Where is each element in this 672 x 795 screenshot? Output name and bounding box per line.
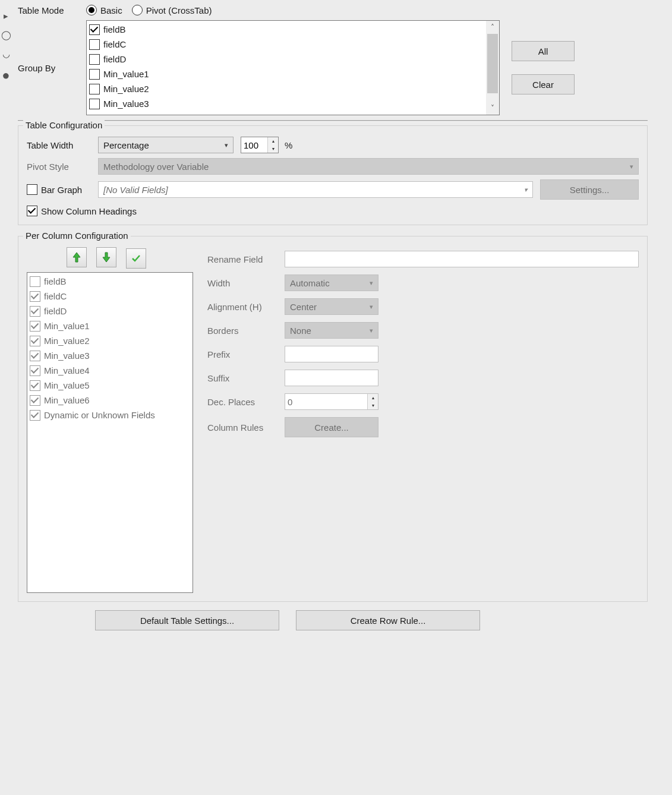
checkbox-icon: [89, 99, 100, 109]
chevron-down-icon: ▾: [630, 163, 633, 171]
checkbox-icon: [30, 291, 40, 302]
borders-select: None ▾: [285, 322, 378, 339]
group-by-row: Group By fieldBfieldCfieldDMin_value1Min…: [18, 20, 648, 115]
list-item[interactable]: Min_value4: [30, 363, 190, 378]
spinner[interactable]: ▴▾: [267, 137, 278, 153]
clear-button[interactable]: Clear: [512, 74, 575, 94]
list-item[interactable]: Min_value3: [89, 96, 484, 111]
checkbox-icon: [27, 206, 37, 216]
checkbox-icon: [89, 39, 100, 50]
group-title: Per Column Configuration: [23, 231, 131, 241]
list-item[interactable]: fieldC: [30, 289, 190, 304]
unit-percent: %: [285, 140, 292, 150]
show-column-headings-check[interactable]: Show Column Headings: [27, 206, 137, 216]
scrollbar[interactable]: ˄ ˅: [486, 21, 499, 115]
list-item[interactable]: Min_value1: [30, 318, 190, 333]
list-item-label: fieldB: [44, 276, 67, 286]
checkbox-icon: [27, 184, 37, 195]
list-item-label: fieldC: [44, 291, 67, 301]
list-item-label: fieldC: [103, 39, 126, 49]
list-item[interactable]: Min_value1: [89, 67, 484, 81]
radio-pivot-label: Pivot (CrossTab): [146, 5, 212, 15]
radio-icon: [132, 5, 143, 15]
chevron-down-icon: ▾: [225, 141, 228, 149]
bar-graph-select: [No Valid Fields] ▾: [98, 181, 533, 198]
arrow-up-icon: [72, 252, 81, 263]
prefix-input: [285, 346, 378, 362]
chevron-down-icon: ▾: [370, 327, 373, 335]
list-item[interactable]: Min_value5: [30, 378, 190, 393]
checkbox-icon: [30, 276, 40, 287]
list-item-label: fieldB: [103, 24, 126, 34]
list-item-label: Min_value6: [44, 395, 90, 405]
suffix-input: [285, 370, 378, 386]
chevron-down-icon: ▾: [370, 279, 373, 287]
list-item-label: Min_value3: [103, 99, 149, 109]
arrow-down-icon: [102, 252, 111, 263]
per-column-configuration-group: Per Column Configuration fieldBfieldCf: [18, 236, 648, 602]
list-item-label: fieldD: [44, 306, 67, 316]
list-item[interactable]: fieldD: [89, 52, 484, 67]
chevron-down-icon: ▾: [370, 303, 373, 311]
radio-pivot[interactable]: Pivot (CrossTab): [132, 5, 212, 15]
checkbox-icon: [30, 306, 40, 317]
table-width-input[interactable]: [241, 137, 267, 153]
list-item-label: Min_value2: [44, 336, 90, 346]
group-by-label: Group By: [18, 63, 86, 73]
width-label: Width: [207, 278, 285, 288]
spinner: ▴▾: [367, 394, 378, 409]
apply-button[interactable]: [126, 248, 146, 269]
table-mode-row: Table Mode Basic Pivot (CrossTab): [18, 5, 648, 15]
checkbox-icon: [89, 54, 100, 65]
all-button[interactable]: All: [512, 41, 575, 61]
list-item[interactable]: fieldD: [30, 304, 190, 318]
table-mode-label: Table Mode: [18, 5, 86, 15]
move-down-button[interactable]: [96, 247, 116, 267]
pivot-style-label: Pivot Style: [27, 162, 98, 172]
list-item[interactable]: fieldB: [30, 274, 190, 289]
rename-field-input: [285, 251, 639, 267]
list-item-label: Min_value3: [44, 351, 90, 361]
checkbox-icon: [30, 365, 40, 376]
scroll-up-icon[interactable]: ˄: [486, 21, 499, 34]
prefix-label: Prefix: [207, 349, 285, 359]
list-item-label: Min_value5: [44, 380, 90, 390]
radio-basic[interactable]: Basic: [86, 5, 122, 15]
per-column-field-list[interactable]: fieldBfieldCfieldDMin_value1Min_value2Mi…: [27, 272, 193, 593]
chevron-down-icon: ▾: [524, 186, 528, 194]
list-item-label: Min_value1: [103, 69, 149, 79]
list-item[interactable]: Dynamic or Unknown Fields: [30, 408, 190, 422]
alignment-h-select: Center ▾: [285, 298, 378, 315]
list-item[interactable]: fieldC: [89, 37, 484, 52]
divider: [18, 120, 648, 122]
checkbox-icon: [30, 351, 40, 361]
table-width-mode-select[interactable]: Percentage ▾: [98, 137, 234, 153]
scroll-down-icon[interactable]: ˅: [486, 102, 499, 115]
checkbox-icon: [30, 410, 40, 421]
list-item[interactable]: Min_value2: [89, 81, 484, 96]
suffix-label: Suffix: [207, 373, 285, 383]
move-up-button[interactable]: [67, 247, 87, 267]
group-by-list[interactable]: fieldBfieldCfieldDMin_value1Min_value2Mi…: [86, 20, 500, 115]
checkbox-icon: [89, 24, 100, 35]
width-select: Automatic ▾: [285, 275, 378, 291]
list-item[interactable]: Min_value3: [30, 348, 190, 363]
checkbox-icon: [30, 321, 40, 332]
checkbox-icon: [30, 380, 40, 391]
bar-graph-check[interactable]: Bar Graph: [27, 184, 98, 195]
list-item[interactable]: fieldB: [89, 22, 484, 37]
borders-label: Borders: [207, 326, 285, 336]
bar-graph-settings-button: Settings...: [540, 179, 639, 200]
list-item[interactable]: Min_value2: [30, 333, 190, 348]
list-item-label: Dynamic or Unknown Fields: [44, 410, 155, 420]
dec-places-input: ▴▾: [285, 393, 378, 410]
default-table-settings-button[interactable]: Default Table Settings...: [95, 610, 279, 630]
list-item[interactable]: Min_value6: [30, 393, 190, 408]
list-item-label: Min_value4: [44, 365, 90, 376]
scroll-thumb[interactable]: [487, 34, 498, 93]
create-row-rule-button[interactable]: Create Row Rule...: [296, 610, 480, 630]
checkbox-icon: [30, 336, 40, 346]
checkbox-icon: [89, 84, 100, 94]
checkbox-icon: [89, 69, 100, 80]
table-width-value[interactable]: ▴▾: [241, 137, 279, 153]
